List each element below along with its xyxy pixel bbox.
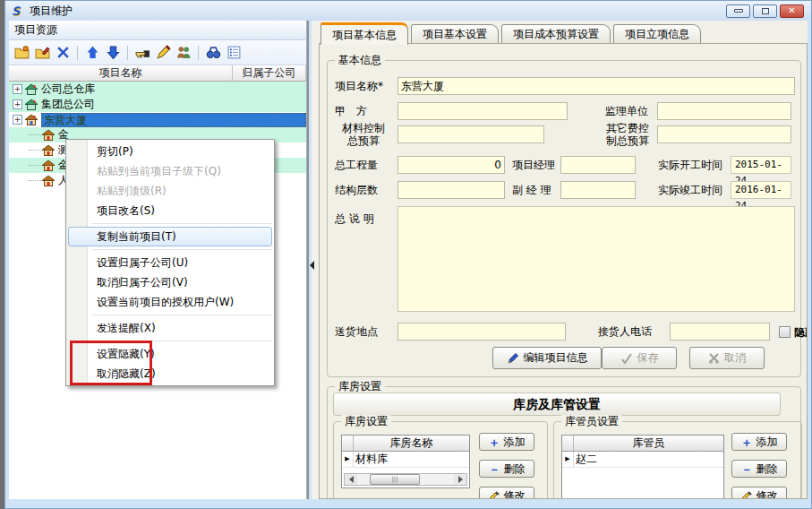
group-label: 基本信息 bbox=[335, 54, 385, 66]
panel-header: 项目资源 bbox=[9, 21, 306, 40]
delete-icon[interactable] bbox=[54, 44, 72, 62]
party-a-input[interactable] bbox=[397, 102, 568, 120]
keeper-row[interactable]: ▶ 赵二 bbox=[562, 452, 723, 468]
phone-input[interactable] bbox=[670, 323, 770, 341]
hide-label: 隐藏 bbox=[794, 326, 808, 339]
new-folder-icon[interactable] bbox=[13, 44, 30, 62]
move-up-icon[interactable] bbox=[83, 44, 101, 62]
summary-textarea[interactable] bbox=[397, 206, 795, 312]
project-name-label: 项目名称* bbox=[335, 77, 383, 95]
tree-row-selected[interactable]: + 东营大厦 bbox=[9, 112, 306, 127]
supervision-input[interactable] bbox=[657, 102, 791, 120]
menu-item-set-subsidiary[interactable]: 设置归属子公司(U) bbox=[66, 253, 274, 272]
menu-item-cut[interactable]: 剪切(P) bbox=[66, 142, 274, 161]
tree-row[interactable]: + 公司总仓库 bbox=[9, 82, 306, 97]
column-project-name[interactable]: 项目名称 bbox=[9, 65, 233, 81]
deputy-input[interactable] bbox=[560, 181, 636, 199]
floors-input[interactable] bbox=[397, 181, 505, 199]
start-date-value[interactable]: 2015-01-24 bbox=[731, 156, 791, 174]
menu-item-unset-subsidiary[interactable]: 取消归属子公司(V) bbox=[66, 272, 274, 292]
expand-plus-icon[interactable]: + bbox=[13, 84, 22, 94]
edit-pen-icon bbox=[507, 352, 519, 365]
restore-icon[interactable] bbox=[753, 4, 777, 18]
scrollbar-thumb[interactable]: ||| bbox=[370, 474, 420, 485]
users-icon[interactable] bbox=[175, 44, 192, 62]
list-view-icon[interactable] bbox=[225, 44, 243, 62]
material-budget-label: 材料控制总预算 bbox=[331, 122, 396, 147]
warehouse-remove-button[interactable]: －删除 bbox=[479, 460, 534, 478]
project-house-icon bbox=[42, 160, 55, 171]
menu-item-authorized-users[interactable]: 设置当前项目的授权用户(W) bbox=[66, 292, 274, 312]
modify-tools-icon bbox=[489, 490, 500, 500]
menu-item-copy-project[interactable]: 复制当前项目(T) bbox=[66, 227, 274, 246]
modify-tools-icon bbox=[741, 490, 753, 500]
other-budget-input[interactable] bbox=[657, 125, 791, 143]
project-house-icon bbox=[25, 114, 38, 125]
save-pen-icon bbox=[620, 352, 633, 365]
tree-row-label: 东营大厦 bbox=[41, 113, 306, 127]
collapse-chevron-icon[interactable] bbox=[310, 261, 314, 270]
warehouse-add-button[interactable]: ＋添加 bbox=[479, 433, 534, 451]
menu-item-paste-as-child[interactable]: 粘贴到当前项目子级下(Q) bbox=[66, 161, 274, 181]
end-date-label: 实际竣工时间 bbox=[658, 181, 722, 199]
menu-item-rename[interactable]: 项目改名(S) bbox=[66, 201, 274, 220]
tab-project-basic-settings[interactable]: 项目基本设置 bbox=[411, 24, 499, 44]
save-button[interactable]: 保存 bbox=[602, 347, 677, 369]
minimize-icon[interactable] bbox=[726, 4, 750, 18]
red-annotation-box bbox=[70, 341, 152, 385]
warehouse-column-header: 库房名称 bbox=[354, 436, 469, 451]
project-house-icon bbox=[42, 129, 55, 141]
warehouse-subgroup: 库房设置 库房名称 ▶ 材料库 ||| bbox=[333, 421, 548, 499]
cancel-button[interactable]: 取消 bbox=[689, 347, 765, 369]
warehouse-row[interactable]: ▶ 材料库 bbox=[342, 452, 469, 468]
company-house-icon bbox=[25, 99, 38, 110]
tab-project-approval-info[interactable]: 项目立项信息 bbox=[613, 24, 701, 44]
edit-folder-icon[interactable] bbox=[33, 44, 51, 62]
window-title: 项目维护 bbox=[30, 4, 73, 19]
project-house-icon bbox=[42, 144, 55, 156]
warehouse-grid: 库房名称 ▶ 材料库 ||| bbox=[341, 435, 470, 488]
menu-item-send-reminder[interactable]: 发送提醒(X) bbox=[66, 318, 274, 338]
keeper-grid: 库管员 ▶ 赵二 bbox=[561, 435, 724, 499]
project-detail-panel: 项目基本信息 项目基本设置 项目成本预算设置 项目立项信息 基本信息 项目名称*… bbox=[319, 21, 808, 499]
warehouse-modify-button[interactable]: 修改 bbox=[479, 487, 534, 499]
pencil-icon[interactable] bbox=[154, 44, 172, 62]
tab-content: 基本信息 项目名称* 甲 方 监理单位 材料控制总预算 其它费控制总预算 bbox=[319, 43, 808, 499]
search-binoculars-icon[interactable] bbox=[204, 44, 222, 62]
end-date-value[interactable]: 2016-01-24 bbox=[731, 181, 791, 199]
expand-plus-icon[interactable]: + bbox=[13, 115, 22, 125]
edit-project-button[interactable]: 编辑项目信息 bbox=[492, 347, 602, 369]
close-icon[interactable]: ✕ bbox=[780, 4, 804, 18]
keeper-remove-button[interactable]: －删除 bbox=[731, 460, 787, 478]
minus-icon: － bbox=[489, 463, 500, 475]
tree-context-menu: 剪切(P) 粘贴到当前项目子级下(Q) 粘贴到顶级(R) 项目改名(S) 复制当… bbox=[65, 139, 275, 386]
tree-row-label: 集团总公司 bbox=[41, 97, 95, 112]
tab-project-basic-info[interactable]: 项目基本信息 bbox=[321, 22, 408, 45]
summary-label: 总 说 明 bbox=[335, 210, 374, 228]
keeper-add-button[interactable]: ＋添加 bbox=[731, 433, 787, 451]
panel-splitter[interactable] bbox=[307, 21, 319, 499]
column-subsidiary[interactable]: 归属子公司 bbox=[233, 65, 306, 81]
move-down-icon[interactable] bbox=[104, 44, 122, 62]
cancel-x-icon bbox=[708, 352, 720, 364]
material-budget-input[interactable] bbox=[397, 125, 544, 143]
scroll-right-icon[interactable] bbox=[454, 474, 466, 485]
scroll-left-icon[interactable] bbox=[345, 474, 357, 485]
delivery-input[interactable] bbox=[397, 323, 566, 341]
deputy-label: 副 经 理 bbox=[512, 181, 551, 199]
horizontal-scrollbar[interactable]: ||| bbox=[344, 473, 467, 486]
project-name-input[interactable] bbox=[397, 77, 795, 95]
hide-checkbox[interactable] bbox=[779, 326, 791, 338]
keeper-modify-button[interactable]: 修改 bbox=[731, 487, 787, 499]
pm-input[interactable] bbox=[560, 156, 636, 174]
pm-label: 项目经理 bbox=[512, 156, 555, 174]
assign-hand-icon[interactable] bbox=[133, 44, 151, 62]
quantity-input[interactable] bbox=[397, 156, 505, 174]
start-date-label: 实际开工时间 bbox=[658, 156, 722, 174]
titlebar: S 项目维护 ✕ bbox=[5, 1, 811, 21]
tab-cost-budget-settings[interactable]: 项目成本预算设置 bbox=[501, 24, 611, 44]
expand-plus-icon[interactable]: + bbox=[13, 99, 22, 109]
company-house-icon bbox=[25, 83, 38, 95]
tree-row[interactable]: + 集团总公司 bbox=[9, 97, 306, 112]
menu-item-paste-top-level[interactable]: 粘贴到顶级(R) bbox=[66, 181, 274, 201]
